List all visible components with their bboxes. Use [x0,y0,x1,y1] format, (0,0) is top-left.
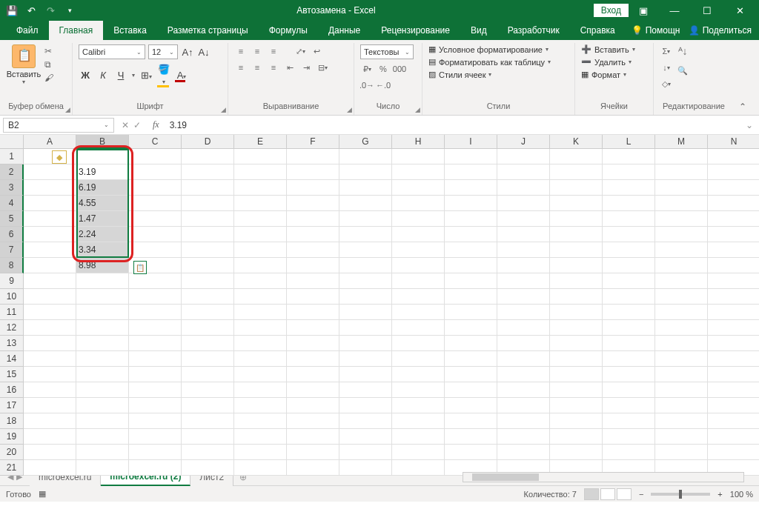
cell[interactable] [234,445,287,460]
cells-area[interactable]: 3.196.194.551.472.243.348.98 [24,149,759,476]
cell[interactable] [497,242,550,258]
number-format-dropdown[interactable]: Текстовы⌄ [360,44,414,59]
cell[interactable] [392,382,445,398]
cell[interactable] [655,227,708,242]
cell[interactable] [497,429,550,445]
fx-icon[interactable]: fx [148,119,164,130]
cell[interactable] [234,429,287,445]
row-header[interactable]: 5 [0,211,24,227]
column-header[interactable]: D [182,135,234,149]
cell[interactable] [655,164,708,180]
tab-developer[interactable]: Разработчик [497,21,570,40]
cell[interactable] [339,289,392,305]
tab-home[interactable]: Главная [49,21,104,40]
cell[interactable] [655,196,708,211]
cell[interactable] [24,164,76,180]
cell[interactable] [24,429,76,445]
cell[interactable] [129,382,182,398]
cell[interactable] [287,336,339,351]
cell[interactable] [550,398,603,413]
cell[interactable] [445,367,497,382]
fill-icon[interactable]: ↓▾ [660,61,673,74]
decrease-decimal-icon[interactable]: ←.0 [377,79,390,92]
cell[interactable] [655,336,708,351]
cell[interactable] [445,180,497,196]
cell[interactable] [24,289,76,305]
copy-icon[interactable]: ⧉ [44,59,53,70]
font-color-icon[interactable]: А▾ [175,70,188,81]
delete-cells-button[interactable]: ➖Удалить▾ [581,57,647,67]
cell[interactable] [708,413,759,429]
cell[interactable] [182,180,234,196]
find-select-icon[interactable]: 🔍 [676,64,689,77]
cell[interactable] [497,180,550,196]
cell[interactable] [708,336,759,351]
cell[interactable] [339,320,392,336]
cell[interactable] [603,149,655,164]
cell[interactable] [603,164,655,180]
cell[interactable] [708,382,759,398]
cell[interactable] [24,196,76,211]
cell[interactable] [603,367,655,382]
page-break-view-icon[interactable] [617,488,632,500]
cell[interactable] [339,445,392,460]
row-header[interactable]: 10 [0,289,24,305]
cell[interactable] [497,367,550,382]
cell[interactable] [287,289,339,305]
cell[interactable] [392,227,445,242]
page-layout-view-icon[interactable] [600,488,615,500]
error-smart-tag-icon[interactable] [52,150,67,164]
cell[interactable] [287,149,339,164]
cell[interactable] [550,429,603,445]
cell[interactable] [182,382,234,398]
cell[interactable] [550,196,603,211]
cell[interactable] [287,445,339,460]
cell[interactable] [129,242,182,258]
cell[interactable] [76,398,129,413]
cell[interactable] [497,351,550,367]
cell[interactable] [655,180,708,196]
comma-format-icon[interactable]: 000 [393,62,406,76]
minimize-icon[interactable]: — [658,0,691,21]
cell[interactable] [655,445,708,460]
zoom-level[interactable]: 100 % [730,490,753,499]
tab-page-layout[interactable]: Разметка страницы [157,21,259,40]
underline-button[interactable]: Ч [114,70,127,81]
cell[interactable] [708,164,759,180]
cell[interactable] [445,149,497,164]
cell[interactable] [76,367,129,382]
align-top-icon[interactable]: ≡ [234,44,248,58]
cell[interactable] [339,398,392,413]
increase-font-icon[interactable]: A↑ [181,47,194,58]
cell[interactable] [76,351,129,367]
cell[interactable] [392,367,445,382]
format-as-table-button[interactable]: ▤Форматировать как таблицу▾ [428,57,569,67]
cell[interactable] [603,289,655,305]
column-header[interactable]: K [550,135,603,149]
column-header[interactable]: J [497,135,550,149]
cell[interactable] [234,336,287,351]
cell[interactable] [182,149,234,164]
cell[interactable] [708,429,759,445]
cell[interactable] [129,460,182,476]
cell[interactable] [550,258,603,273]
cell[interactable] [129,273,182,289]
cell[interactable] [445,273,497,289]
tab-formulas[interactable]: Формулы [259,21,318,40]
tab-data[interactable]: Данные [318,21,371,40]
decrease-font-icon[interactable]: A↓ [197,47,211,58]
cell[interactable] [445,320,497,336]
cell[interactable] [603,445,655,460]
cell[interactable] [287,398,339,413]
column-header[interactable]: A [24,135,76,149]
ribbon-display-icon[interactable]: ▣ [634,1,652,19]
cell[interactable] [392,273,445,289]
cell[interactable] [287,258,339,273]
cell[interactable] [182,305,234,320]
cell[interactable] [550,242,603,258]
row-header[interactable]: 20 [0,445,24,460]
cell[interactable] [392,305,445,320]
cell[interactable] [392,445,445,460]
cell[interactable] [603,320,655,336]
row-header[interactable]: 16 [0,382,24,398]
